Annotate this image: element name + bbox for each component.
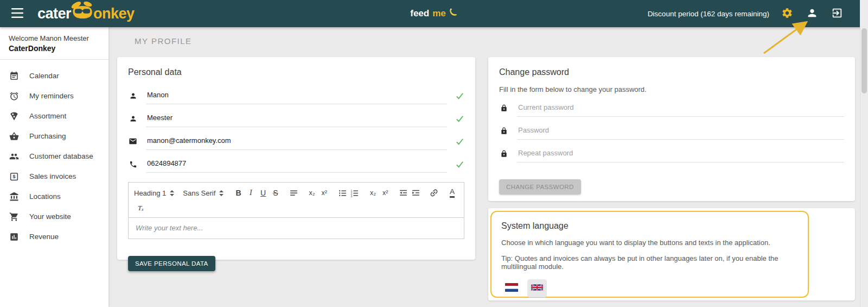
outdent-icon bbox=[399, 189, 408, 198]
invoice-icon: $ bbox=[9, 171, 20, 182]
dutch-flag-button[interactable] bbox=[501, 279, 522, 298]
underline-button[interactable]: U bbox=[258, 186, 269, 199]
bank-icon bbox=[9, 191, 20, 202]
sidebar-item-sales-invoices[interactable]: $ Sales invoices bbox=[0, 166, 108, 186]
sidebar-item-label: Calendar bbox=[29, 72, 59, 80]
align-icon bbox=[289, 189, 298, 198]
phone-row bbox=[128, 153, 464, 176]
bullet-list-icon bbox=[338, 189, 347, 198]
basket-icon bbox=[9, 131, 20, 142]
change-password-fields bbox=[499, 97, 844, 165]
text-color-label: A bbox=[450, 188, 455, 198]
link-button[interactable] bbox=[429, 186, 440, 199]
new-password-field[interactable] bbox=[517, 123, 844, 140]
settings-button[interactable] bbox=[780, 7, 794, 21]
outdent-button[interactable] bbox=[398, 186, 409, 199]
repeat-password-field[interactable] bbox=[517, 146, 844, 162]
sidebar-item-label: Revenue bbox=[29, 233, 59, 241]
last-name-field[interactable] bbox=[146, 110, 447, 127]
logout-button[interactable] bbox=[830, 7, 844, 21]
uk-flag-button[interactable] bbox=[527, 279, 547, 297]
email-row bbox=[128, 130, 464, 153]
profile-button[interactable] bbox=[805, 7, 819, 21]
align-button[interactable] bbox=[288, 186, 299, 199]
feed-me-text: feed me bbox=[410, 8, 458, 20]
personal-data-fields bbox=[128, 84, 464, 176]
bullet-list-button[interactable] bbox=[337, 186, 348, 199]
pizza-icon bbox=[9, 111, 20, 122]
lock-icon bbox=[499, 127, 509, 135]
change-password-card: Change password Fill in the form below t… bbox=[488, 57, 855, 201]
language-options bbox=[501, 279, 798, 298]
app-logo[interactable]: cater onkey bbox=[37, 1, 135, 27]
people-icon bbox=[9, 151, 20, 162]
email-field[interactable] bbox=[146, 133, 447, 150]
cart-icon bbox=[9, 211, 20, 222]
svg-text:1: 1 bbox=[351, 189, 353, 192]
current-password-field[interactable] bbox=[517, 100, 844, 117]
bold-button[interactable]: B bbox=[233, 186, 244, 199]
check-icon bbox=[455, 91, 464, 101]
check-icon bbox=[455, 114, 464, 123]
first-name-field[interactable] bbox=[146, 87, 447, 104]
svg-text:3: 3 bbox=[351, 195, 353, 197]
sidebar-item-my-reminders[interactable]: My reminders bbox=[0, 86, 108, 106]
sidebar-item-label: Sales invoices bbox=[29, 172, 76, 180]
banana-icon bbox=[449, 8, 458, 20]
lock-icon bbox=[499, 150, 509, 158]
feed-word: feed bbox=[410, 8, 429, 19]
sidebar-item-calendar[interactable]: Calendar bbox=[0, 66, 108, 86]
change-password-button[interactable]: CHANGE PASSWORD bbox=[499, 179, 581, 195]
sidebar-item-assortment[interactable]: Assortment bbox=[0, 106, 108, 126]
sidebar-item-label: Purchasing bbox=[29, 132, 66, 140]
chart-icon bbox=[9, 231, 20, 242]
system-language-box: System language Choose in which language… bbox=[490, 211, 809, 298]
logo-text-right: onkey bbox=[93, 5, 135, 22]
heading-select[interactable]: Heading 1 bbox=[134, 189, 174, 197]
sidebar-item-label: My reminders bbox=[29, 92, 74, 100]
strikethrough-button[interactable]: S bbox=[270, 186, 281, 199]
phone-icon bbox=[128, 160, 138, 168]
text-color-button[interactable]: A bbox=[446, 186, 458, 199]
main-content: MY PROFILE Personal data bbox=[108, 27, 860, 307]
rich-text-editor: Heading 1 Sans Serif B I U S bbox=[128, 182, 464, 239]
italic-button[interactable]: I bbox=[245, 186, 257, 199]
ordered-list-button[interactable]: 123 bbox=[349, 186, 361, 199]
new-password-row bbox=[499, 120, 844, 142]
editor-text-area[interactable]: Write your text here... bbox=[129, 218, 464, 239]
save-personal-data-button[interactable]: SAVE PERSONAL DATA bbox=[128, 256, 215, 271]
superscript-button-2[interactable]: x² bbox=[380, 186, 391, 199]
sidebar-item-locations[interactable]: Locations bbox=[0, 186, 108, 206]
font-select-value: Sans Serif bbox=[183, 189, 215, 197]
logo-text-left: cater bbox=[37, 5, 71, 22]
sidebar-item-customer-database[interactable]: Customer database bbox=[0, 146, 108, 166]
sidebar: Welcome Manon Meester CaterDonkey Calend… bbox=[0, 27, 108, 307]
person-icon bbox=[128, 92, 138, 100]
font-select[interactable]: Sans Serif bbox=[183, 189, 224, 197]
indent-button[interactable] bbox=[410, 186, 422, 199]
menu-button[interactable] bbox=[8, 4, 27, 23]
sidebar-item-your-website[interactable]: Your website bbox=[0, 206, 108, 227]
header-actions: Discount period (162 days remaining) bbox=[648, 7, 844, 21]
superscript-button[interactable]: x² bbox=[318, 186, 330, 199]
personal-data-title: Personal data bbox=[128, 67, 464, 77]
clear-formatting-button[interactable]: Tₓ bbox=[135, 202, 147, 215]
current-password-row bbox=[499, 97, 844, 120]
svg-text:$: $ bbox=[12, 174, 15, 179]
sidebar-nav: Calendar My reminders Assortment Purchas… bbox=[0, 60, 108, 247]
language-tip: Tip: Quotes and invoices can always be p… bbox=[501, 254, 798, 271]
calendar-icon bbox=[9, 71, 20, 82]
select-arrows-icon bbox=[170, 190, 174, 196]
sidebar-item-label: Locations bbox=[29, 192, 61, 201]
sidebar-item-label: Customer database bbox=[29, 152, 93, 160]
subscript-button[interactable]: x₂ bbox=[307, 186, 318, 199]
sidebar-item-revenue[interactable]: Revenue bbox=[0, 227, 108, 247]
email-icon bbox=[128, 137, 138, 146]
donkey-logo-icon bbox=[71, 1, 93, 27]
hamburger-icon bbox=[11, 8, 23, 20]
subscript-button-2[interactable]: x₂ bbox=[367, 186, 379, 199]
scrollbar-thumb[interactable] bbox=[861, 28, 867, 93]
phone-field[interactable] bbox=[146, 156, 447, 173]
sidebar-item-purchasing[interactable]: Purchasing bbox=[0, 126, 108, 146]
vertical-scrollbar[interactable] bbox=[860, 0, 868, 307]
